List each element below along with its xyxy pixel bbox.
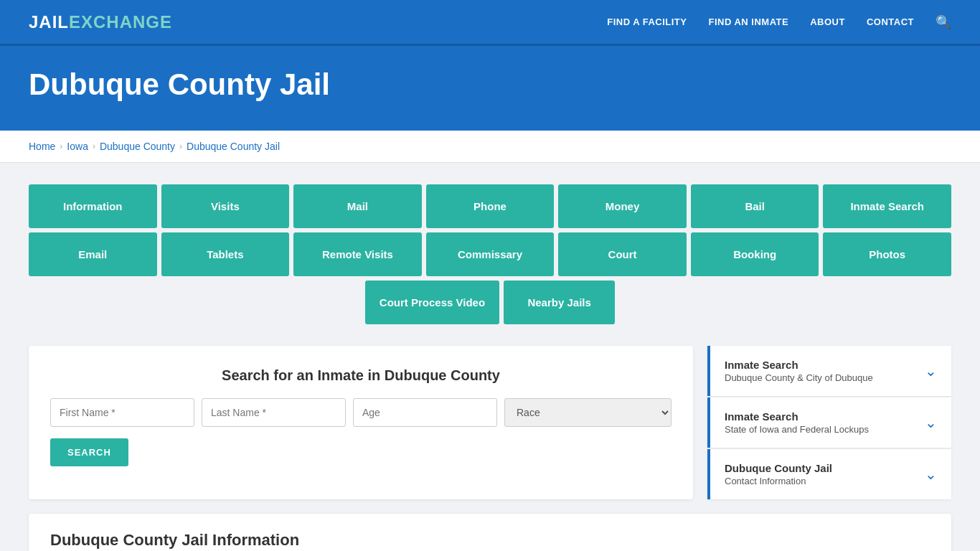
navbar-links: FIND A FACILITY FIND AN INMATE ABOUT CON…	[607, 14, 951, 30]
chevron-down-icon-1: ⌄	[925, 414, 937, 431]
sidebar-item-sub-1: State of Iowa and Federal Lockups	[725, 424, 869, 435]
sidebar-item-text-0: Inmate Search Dubuque County & City of D…	[725, 359, 873, 383]
grid-btn-inmate-search[interactable]: Inmate Search	[823, 184, 951, 228]
sidebar-item-text-2: Dubuque County Jail Contact Information	[725, 462, 832, 486]
sidebar-item-title-2: Dubuque County Jail	[725, 462, 832, 474]
sidebar-item-title-0: Inmate Search	[725, 359, 873, 371]
search-title: Search for an Inmate in Dubuque County	[50, 367, 672, 384]
breadcrumb: Home › Iowa › Dubuque County › Dubuque C…	[29, 141, 951, 152]
info-section: Dubuque County Jail Information	[29, 514, 951, 551]
grid-btn-tablets[interactable]: Tablets	[161, 232, 290, 276]
sidebar-item-2[interactable]: Dubuque County Jail Contact Information …	[707, 449, 951, 499]
search-fields: Race White Black Hispanic Asian Other	[50, 398, 672, 427]
nav-grid-row3: Court Process VideoNearby Jails	[29, 281, 951, 324]
grid-btn-phone[interactable]: Phone	[426, 184, 555, 228]
grid-btn-information[interactable]: Information	[29, 184, 157, 228]
grid-btn-nearby-jails[interactable]: Nearby Jails	[504, 281, 615, 324]
search-icon-button[interactable]: 🔍	[936, 14, 951, 30]
breadcrumb-current: Dubuque County Jail	[187, 141, 280, 152]
race-select[interactable]: Race White Black Hispanic Asian Other	[504, 398, 672, 427]
sidebar-item-1[interactable]: Inmate Search State of Iowa and Federal …	[707, 397, 951, 448]
page-title: Dubuque County Jail	[29, 67, 951, 102]
sidebar-item-sub-0: Dubuque County & City of Dubuque	[725, 372, 873, 383]
nav-find-facility[interactable]: FIND A FACILITY	[607, 17, 687, 27]
sidebar-item-0[interactable]: Inmate Search Dubuque County & City of D…	[707, 346, 951, 396]
age-input[interactable]	[353, 398, 497, 427]
nav-grid-row1: InformationVisitsMailPhoneMoneyBailInmat…	[29, 184, 951, 228]
first-name-input[interactable]	[50, 398, 194, 427]
search-button[interactable]: SEARCH	[50, 438, 128, 466]
breadcrumb-bar: Home › Iowa › Dubuque County › Dubuque C…	[0, 131, 980, 163]
brand-exchange: EXCHANGE	[69, 12, 172, 32]
breadcrumb-dubuque-county[interactable]: Dubuque County	[100, 141, 175, 152]
inmate-search-box: Search for an Inmate in Dubuque County R…	[29, 346, 693, 499]
chevron-down-icon-2: ⌄	[925, 466, 937, 483]
nav-contact[interactable]: CONTACT	[867, 17, 914, 27]
grid-btn-commissary[interactable]: Commissary	[426, 232, 555, 276]
grid-btn-photos[interactable]: Photos	[823, 232, 951, 276]
sidebar: Inmate Search Dubuque County & City of D…	[707, 346, 951, 499]
brand-logo[interactable]: JAIL EXCHANGE	[29, 12, 172, 32]
nav-grid-row2: EmailTabletsRemote VisitsCommissaryCourt…	[29, 232, 951, 276]
breadcrumb-sep-3: ›	[179, 141, 182, 151]
nav-about[interactable]: ABOUT	[810, 17, 845, 27]
grid-btn-court-process-video[interactable]: Court Process Video	[365, 281, 499, 324]
grid-btn-money[interactable]: Money	[558, 184, 687, 228]
grid-btn-email[interactable]: Email	[29, 232, 157, 276]
breadcrumb-sep-2: ›	[93, 141, 95, 151]
nav-find-inmate[interactable]: FIND AN INMATE	[708, 17, 788, 27]
grid-btn-mail[interactable]: Mail	[293, 184, 422, 228]
breadcrumb-sep-1: ›	[60, 141, 62, 151]
hero-section: Dubuque County Jail	[0, 46, 980, 131]
brand-jail: JAIL	[29, 12, 69, 32]
sidebar-item-sub-2: Contact Information	[725, 476, 832, 486]
breadcrumb-iowa[interactable]: Iowa	[67, 141, 88, 152]
breadcrumb-home[interactable]: Home	[29, 141, 55, 152]
chevron-down-icon-0: ⌄	[925, 362, 937, 380]
navbar: JAIL EXCHANGE FIND A FACILITY FIND AN IN…	[0, 0, 980, 46]
grid-btn-remote-visits[interactable]: Remote Visits	[293, 232, 422, 276]
grid-btn-visits[interactable]: Visits	[161, 184, 290, 228]
info-title: Dubuque County Jail Information	[50, 531, 930, 550]
last-name-input[interactable]	[202, 398, 346, 427]
main-content: InformationVisitsMailPhoneMoneyBailInmat…	[0, 163, 980, 551]
bottom-section: Search for an Inmate in Dubuque County R…	[29, 346, 951, 499]
grid-btn-booking[interactable]: Booking	[691, 232, 819, 276]
grid-btn-bail[interactable]: Bail	[691, 184, 819, 228]
sidebar-item-title-1: Inmate Search	[725, 410, 869, 423]
grid-btn-court[interactable]: Court	[558, 232, 687, 276]
sidebar-item-text-1: Inmate Search State of Iowa and Federal …	[725, 410, 869, 435]
